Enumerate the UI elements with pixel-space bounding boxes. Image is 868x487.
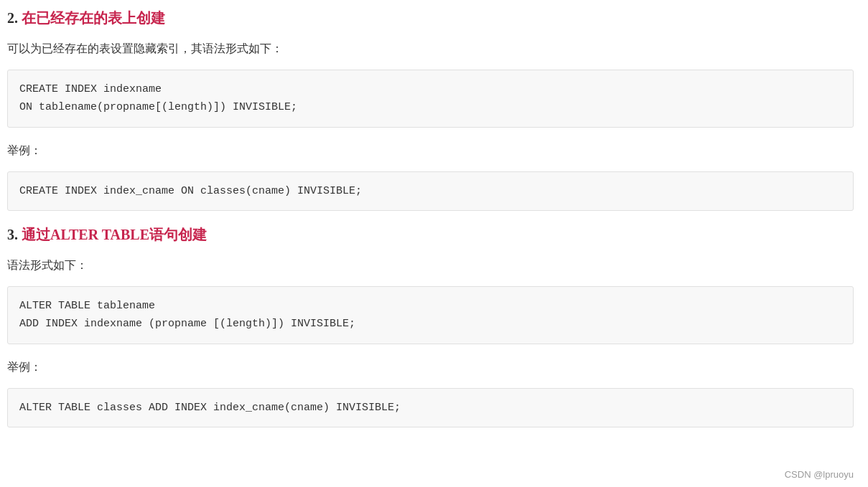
section-2: 2. 在已经存在的表上创建 可以为已经存在的表设置隐藏索引，其语法形式如下： C… — [7, 7, 854, 211]
section-3-number: 3. — [7, 227, 18, 242]
section-3-example-label: 举例： — [7, 357, 854, 378]
section-2-title: 在已经存在的表上创建 — [22, 10, 165, 26]
section-3: 3. 通过ALTER TABLE语句创建 语法形式如下： ALTER TABLE… — [7, 224, 854, 427]
section-2-description: 可以为已经存在的表设置隐藏索引，其语法形式如下： — [7, 39, 854, 60]
section-2-number: 2. — [7, 10, 18, 26]
section-2-syntax-code: CREATE INDEX indexname ON tablename(prop… — [7, 70, 854, 128]
section-3-description: 语法形式如下： — [7, 255, 854, 276]
section-3-title: 通过ALTER TABLE语句创建 — [22, 227, 207, 242]
section-3-example-code: ALTER TABLE classes ADD INDEX index_cnam… — [7, 388, 854, 428]
section-2-example-code: CREATE INDEX index_cname ON classes(cnam… — [7, 171, 854, 212]
section-3-heading: 3. 通过ALTER TABLE语句创建 — [7, 224, 854, 245]
footer-credit: CSDN @lpruoyu — [785, 469, 854, 480]
section-3-syntax-code: ALTER TABLE tablename ADD INDEX indexnam… — [7, 286, 854, 344]
section-2-heading: 2. 在已经存在的表上创建 — [7, 7, 854, 29]
section-2-example-label: 举例： — [7, 141, 854, 161]
